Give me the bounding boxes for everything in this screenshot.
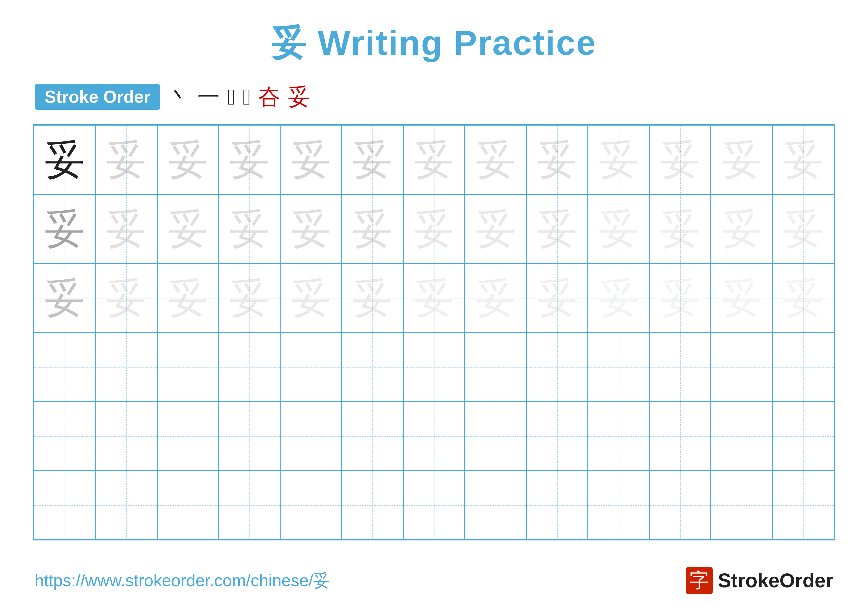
grid-char: 妥 (660, 209, 700, 249)
grid-cell: 妥 (465, 194, 526, 263)
grid-cell (711, 401, 772, 471)
grid-cell: 妥 (342, 125, 403, 194)
stroke-step-3: 𠃆 (227, 84, 235, 110)
grid-char: 妥 (599, 278, 639, 318)
grid-char: 妥 (353, 140, 392, 180)
grid-cell (96, 471, 157, 540)
grid-cell (649, 333, 711, 401)
grid-cell (157, 401, 219, 471)
grid-cell (280, 471, 342, 540)
grid-char: 妥 (538, 140, 577, 180)
grid-char: 妥 (45, 278, 84, 318)
stroke-step-6: 妥 (288, 82, 310, 112)
grid-cell (157, 333, 219, 401)
logo-character: 字 (689, 567, 709, 594)
page: 妥 Writing Practice Stroke Order 丶 一 𠃆 𠃌 … (0, 0, 868, 614)
grid-cell: 妥 (219, 263, 280, 333)
grid-cell: 妥 (96, 125, 157, 194)
grid-cell: 妥 (280, 194, 342, 263)
title-text: Writing Practice (307, 23, 597, 62)
grid-cell: 妥 (342, 194, 403, 263)
grid-cell: 妥 (403, 194, 465, 263)
grid-cell (588, 471, 649, 540)
grid-cell (526, 333, 588, 401)
footer-url: https://www.strokeorder.com/chinese/妥 (35, 569, 330, 592)
grid-char: 妥 (784, 140, 823, 180)
grid-char: 妥 (599, 209, 639, 249)
grid-char: 妥 (291, 209, 330, 249)
grid-cell (96, 333, 157, 401)
grid-char: 妥 (229, 278, 269, 318)
grid-char: 妥 (168, 140, 208, 180)
grid-cell (219, 333, 280, 401)
grid-cell (34, 471, 96, 540)
grid-cell (526, 471, 588, 540)
grid-cell: 妥 (34, 194, 96, 263)
grid-cell (465, 471, 526, 540)
grid-char: 妥 (660, 140, 700, 180)
grid-char: 妥 (106, 209, 146, 249)
grid-cell (96, 401, 157, 471)
grid-cell: 妥 (465, 125, 526, 194)
grid-cell (342, 401, 403, 471)
grid-cell: 妥 (219, 194, 280, 263)
grid-cell (588, 401, 649, 471)
grid-char: 妥 (784, 209, 823, 249)
stroke-step-1: 丶 (168, 82, 190, 112)
grid-char: 妥 (106, 140, 146, 180)
stroke-step-4: 𠃌 (243, 84, 251, 110)
grid-cell (649, 471, 711, 540)
grid-cell (403, 471, 465, 540)
grid-cell (219, 401, 280, 471)
grid-cell (403, 333, 465, 401)
grid-cell: 妥 (157, 125, 219, 194)
grid-cell (526, 401, 588, 471)
grid-cell (588, 333, 649, 401)
grid-char: 妥 (45, 209, 84, 249)
stroke-step-2: 一 (197, 82, 220, 112)
grid-cell: 妥 (526, 263, 588, 333)
grid-char: 妥 (291, 278, 330, 318)
grid-cell: 妥 (772, 194, 834, 263)
grid-char: 妥 (722, 140, 762, 180)
grid-char: 妥 (414, 140, 454, 180)
grid-cell: 妥 (526, 125, 588, 194)
logo-text: StrokeOrder (718, 569, 833, 592)
grid-cell (772, 401, 834, 471)
grid-cell (465, 401, 526, 471)
stroke-order-badge: Stroke Order (35, 84, 160, 110)
grid-char: 妥 (476, 278, 515, 318)
grid-char: 妥 (476, 140, 515, 180)
grid-cell: 妥 (96, 194, 157, 263)
grid-char: 妥 (229, 209, 269, 249)
grid-cell: 妥 (649, 263, 711, 333)
grid-cell: 妥 (157, 194, 219, 263)
grid-cell: 妥 (403, 125, 465, 194)
grid-cell: 妥 (34, 263, 96, 333)
grid-cell (772, 471, 834, 540)
grid-char: 妥 (168, 209, 208, 249)
grid-char: 妥 (229, 140, 269, 180)
footer-logo: 字 StrokeOrder (686, 567, 833, 594)
logo-icon: 字 (686, 567, 713, 594)
grid-cell (34, 333, 96, 401)
grid-char: 妥 (353, 278, 392, 318)
grid-cell: 妥 (649, 125, 711, 194)
grid-char: 妥 (722, 278, 762, 318)
grid-char: 妥 (106, 278, 146, 318)
grid-cell: 妥 (219, 125, 280, 194)
grid-cell (403, 401, 465, 471)
grid-cell (280, 401, 342, 471)
grid-char: 妥 (538, 278, 577, 318)
grid-cell (342, 471, 403, 540)
grid-cell: 妥 (280, 125, 342, 194)
title-character: 妥 (271, 23, 307, 62)
grid-char: 妥 (538, 209, 577, 249)
grid-cell (649, 401, 711, 471)
grid-cell (772, 333, 834, 401)
grid-char: 妥 (291, 140, 330, 180)
grid-cell (711, 333, 772, 401)
grid-cell: 妥 (711, 125, 772, 194)
grid-cell (465, 333, 526, 401)
grid-cell: 妥 (588, 263, 649, 333)
